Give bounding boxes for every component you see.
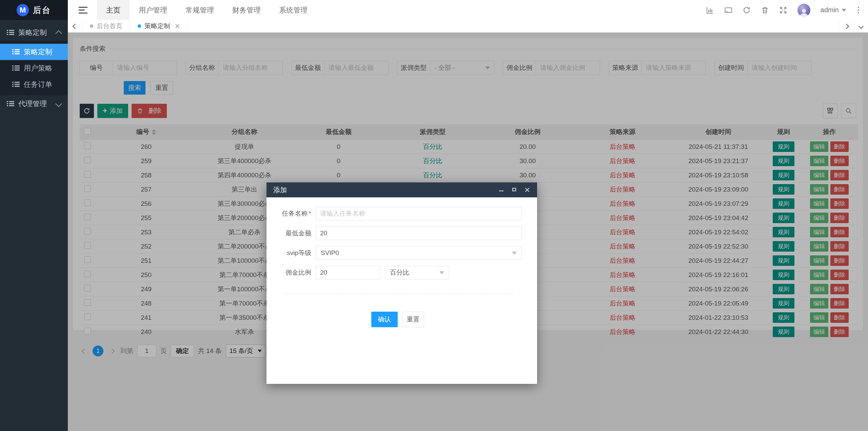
tabs-scroll-left-button[interactable] xyxy=(68,20,82,32)
sidebar-menu: 策略定制策略定制用户策略任务订单代理管理 xyxy=(0,20,68,112)
list-icon xyxy=(12,65,20,71)
commission-ratio-label: 佣金比例 xyxy=(273,268,311,277)
add-dialog: 添加 任务名称* 最低金额 svip等级 SVIP0 xyxy=(267,182,537,384)
topnav-item-主页[interactable]: 主页 xyxy=(97,0,130,20)
min-amount-label: 最低金额 xyxy=(273,229,311,238)
topnav-item-常规管理[interactable]: 常规管理 xyxy=(176,0,223,20)
sidebar-submenu: 策略定制用户策略任务订单 xyxy=(0,41,68,95)
app-root: M 后台 策略定制策略定制用户策略任务订单代理管理 主页用户管理常规管理财务管理… xyxy=(0,0,868,431)
dialog-title: 添加 xyxy=(273,185,287,195)
sidebar-item-label: 任务订单 xyxy=(24,80,52,89)
tabs-spacer xyxy=(188,20,839,32)
close-icon[interactable] xyxy=(524,187,530,193)
task-name-input[interactable] xyxy=(316,207,522,220)
sidebar-group-label: 策略定制 xyxy=(18,28,56,37)
tabs-scroll-right-button[interactable] xyxy=(839,20,853,32)
confirm-button[interactable]: 确认 xyxy=(371,312,398,327)
minimize-icon[interactable] xyxy=(498,187,505,193)
required-asterisk: * xyxy=(309,210,311,217)
svip-level-label: svip等级 xyxy=(273,249,311,257)
tab-close-icon[interactable] xyxy=(175,24,180,28)
sidebar-item-label: 策略定制 xyxy=(24,47,52,57)
topnav-item-用户管理[interactable]: 用户管理 xyxy=(130,0,176,20)
list-icon xyxy=(12,82,20,87)
tab-label: 后台首页 xyxy=(97,22,122,31)
sidebar-group-策略定制[interactable]: 策略定制 xyxy=(0,24,68,41)
brand-title: 后台 xyxy=(33,5,51,16)
header-actions: admin xyxy=(706,4,868,17)
tab-dot-icon xyxy=(90,24,93,28)
username: admin xyxy=(821,6,839,14)
commission-ratio-input[interactable] xyxy=(316,266,380,279)
brand-logo-icon: M xyxy=(17,4,29,16)
list-icon xyxy=(7,30,14,35)
chevron-up-icon xyxy=(55,30,62,37)
card-icon[interactable] xyxy=(724,6,732,14)
sidebar-item-策略定制[interactable]: 策略定制 xyxy=(0,44,68,60)
commission-type-select[interactable]: 百分比 xyxy=(385,266,449,279)
topnav-item-系统管理[interactable]: 系统管理 xyxy=(270,0,317,20)
refresh-icon[interactable] xyxy=(743,6,751,14)
sidebar-group-label: 代理管理 xyxy=(18,99,56,109)
chart-icon[interactable] xyxy=(706,6,714,14)
tabs-menu-button[interactable] xyxy=(853,20,868,32)
chevron-down-icon xyxy=(439,271,444,274)
tabs-bar: 后台首页策略定制 xyxy=(68,20,868,33)
sidebar-group-代理管理[interactable]: 代理管理 xyxy=(0,95,68,112)
min-amount-input[interactable] xyxy=(316,227,522,240)
dialog-reset-button[interactable]: 重置 xyxy=(402,312,424,327)
svip-level-select[interactable]: SVIP0 xyxy=(316,246,522,260)
chevron-down-icon xyxy=(512,252,517,255)
list-icon xyxy=(12,49,20,55)
dialog-divider xyxy=(282,294,513,294)
tab-dot-icon xyxy=(138,24,141,28)
topnav: 主页用户管理常规管理财务管理系统管理 xyxy=(97,0,317,20)
brand-logo: M 后台 xyxy=(0,0,68,20)
user-avatar[interactable] xyxy=(797,4,810,17)
tab-label: 策略定制 xyxy=(144,22,170,31)
list-icon xyxy=(7,101,14,106)
sidebar: M 后台 策略定制策略定制用户策略任务订单代理管理 xyxy=(0,0,68,431)
task-name-label: 任务名称* xyxy=(273,209,311,218)
maximize-icon[interactable] xyxy=(511,187,517,193)
top-header: 主页用户管理常规管理财务管理系统管理 xyxy=(68,0,868,20)
fullscreen-icon[interactable] xyxy=(779,6,787,14)
dialog-buttons: 确认 重置 xyxy=(273,312,522,327)
chevron-down-icon xyxy=(55,100,62,107)
dialog-titlebar[interactable]: 添加 xyxy=(267,182,537,197)
dialog-body: 任务名称* 最低金额 svip等级 SVIP0 佣金比例 百分比 xyxy=(267,197,537,327)
tab-后台首页[interactable]: 后台首页 xyxy=(82,20,130,32)
collapse-menu-icon[interactable] xyxy=(79,7,87,14)
trash-icon[interactable] xyxy=(761,6,769,14)
sidebar-item-label: 用户策略 xyxy=(24,63,52,73)
topnav-item-财务管理[interactable]: 财务管理 xyxy=(223,0,270,20)
sidebar-item-任务订单[interactable]: 任务订单 xyxy=(0,76,68,93)
more-menu-icon[interactable] xyxy=(856,5,861,15)
chevron-down-icon xyxy=(842,9,846,12)
tab-策略定制[interactable]: 策略定制 xyxy=(130,20,188,32)
sidebar-item-用户策略[interactable]: 用户策略 xyxy=(0,60,68,76)
user-menu[interactable]: admin xyxy=(821,6,846,14)
